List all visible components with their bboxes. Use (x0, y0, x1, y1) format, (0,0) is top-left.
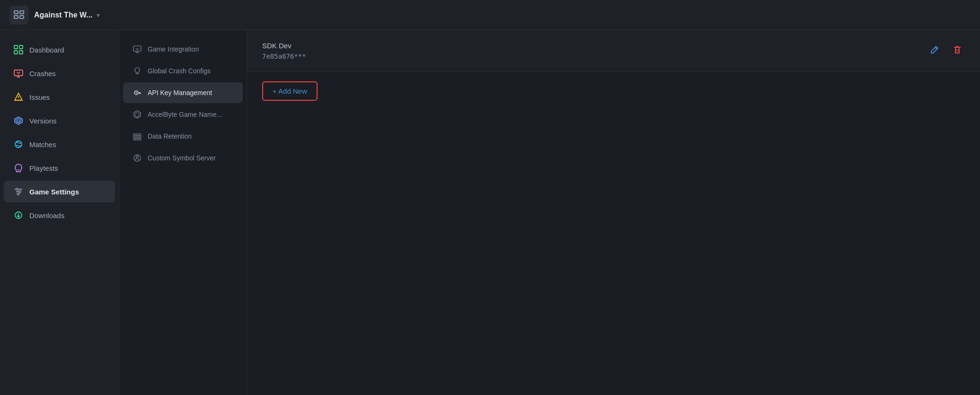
svg-rect-5 (19, 45, 23, 49)
sidebar-item-label-matches: Matches (29, 140, 56, 149)
svg-rect-4 (14, 45, 18, 49)
downloads-icon (13, 210, 24, 220)
sidebar-item-label-playtests: Playtests (29, 164, 58, 172)
issues-icon (13, 92, 24, 102)
svg-rect-37 (133, 136, 141, 138)
svg-point-21 (16, 188, 18, 190)
sidebar-item-issues[interactable]: Issues (4, 86, 115, 108)
sidebar-item-matches[interactable]: Matches (4, 133, 115, 155)
game-integration-icon (132, 44, 142, 54)
primary-sidebar: Dashboard Crashes Issues (0, 30, 119, 395)
sidebar-item-label-issues: Issues (29, 93, 50, 101)
edit-icon (930, 45, 939, 57)
sidebar-item-dashboard[interactable]: Dashboard (4, 39, 115, 61)
topbar: Against The W... ▾ (0, 0, 980, 30)
add-new-button[interactable]: + Add New (262, 81, 318, 101)
app-title: Against The W... (34, 11, 93, 19)
matches-icon (13, 139, 24, 149)
accelbyte-game-name-icon (132, 110, 142, 119)
api-key-value: 7e85a676*** (262, 53, 927, 60)
api-key-row: SDK Dev 7e85a676*** (247, 30, 980, 72)
sidebar-item-downloads[interactable]: Downloads (4, 204, 115, 226)
custom-symbol-server-icon (132, 153, 142, 163)
api-key-info: SDK Dev 7e85a676*** (262, 42, 927, 60)
svg-point-12 (18, 99, 19, 100)
sidebar-item-label-game-settings: Game Settings (29, 188, 79, 196)
svg-rect-3 (20, 16, 24, 18)
topbar-dropdown-icon[interactable]: ▾ (97, 11, 100, 19)
sub-sidebar-item-label-data-retention: Data Retention (148, 132, 192, 140)
sub-sidebar-item-label-api-key-management: API Key Management (148, 89, 212, 97)
main-content: SDK Dev 7e85a676*** (247, 30, 980, 395)
playtests-icon (13, 163, 24, 173)
data-retention-icon (132, 132, 142, 141)
sidebar-item-playtests[interactable]: Playtests (4, 157, 115, 179)
delete-icon (953, 45, 962, 57)
sub-sidebar-item-accelbyte-game-name[interactable]: AccelByte Game Name... (123, 104, 243, 125)
sidebar-item-versions[interactable]: Versions (4, 110, 115, 132)
svg-rect-8 (14, 70, 23, 76)
sidebar-item-label-crashes: Crashes (29, 70, 56, 78)
sub-sidebar-item-label-global-crash-configs: Global Crash Configs (148, 67, 211, 75)
crashes-icon (13, 68, 24, 79)
svg-rect-36 (133, 134, 141, 135)
svg-rect-0 (14, 11, 18, 14)
api-key-actions (927, 42, 965, 60)
sub-sidebar-item-global-crash-configs[interactable]: Global Crash Configs (123, 61, 243, 81)
sub-sidebar-item-label-game-integration: Game Integration (148, 45, 199, 53)
sub-sidebar: Game Integration Global Crash Configs (119, 30, 247, 395)
svg-point-23 (17, 193, 19, 195)
svg-rect-7 (19, 51, 23, 54)
svg-marker-15 (18, 120, 20, 122)
sidebar-item-label-dashboard: Dashboard (29, 46, 64, 54)
main-layout: Dashboard Crashes Issues (0, 30, 980, 395)
sub-sidebar-item-label-accelbyte-game-name: AccelByte Game Name... (148, 111, 222, 118)
svg-marker-35 (135, 113, 139, 117)
sub-sidebar-item-data-retention[interactable]: Data Retention (123, 126, 243, 147)
sidebar-item-game-settings[interactable]: Game Settings (4, 181, 115, 202)
sidebar-item-crashes[interactable]: Crashes (4, 62, 115, 84)
svg-point-33 (136, 92, 137, 94)
global-crash-configs-icon (132, 66, 142, 76)
dashboard-icon (13, 44, 24, 55)
sub-sidebar-item-game-integration[interactable]: Game Integration (123, 39, 243, 60)
sub-sidebar-item-custom-symbol-server[interactable]: Custom Symbol Server (123, 148, 243, 168)
sub-sidebar-item-label-custom-symbol-server: Custom Symbol Server (148, 154, 216, 162)
svg-rect-2 (14, 16, 18, 18)
api-key-name: SDK Dev (262, 42, 927, 50)
svg-rect-1 (20, 11, 24, 14)
sidebar-item-label-downloads: Downloads (29, 211, 64, 219)
svg-rect-38 (133, 139, 141, 140)
sub-sidebar-item-api-key-management[interactable]: API Key Management (123, 82, 243, 103)
add-new-row: + Add New (247, 72, 980, 110)
svg-rect-25 (133, 46, 141, 51)
api-key-management-icon (132, 88, 142, 97)
svg-point-40 (136, 156, 138, 158)
sidebar-item-label-versions: Versions (29, 117, 57, 125)
versions-icon (13, 115, 24, 126)
app-logo (9, 6, 28, 25)
svg-point-22 (19, 191, 21, 193)
svg-point-16 (15, 141, 22, 148)
delete-api-key-button[interactable] (950, 42, 965, 60)
svg-rect-6 (14, 51, 18, 54)
game-settings-icon (13, 186, 24, 197)
edit-api-key-button[interactable] (927, 42, 942, 60)
